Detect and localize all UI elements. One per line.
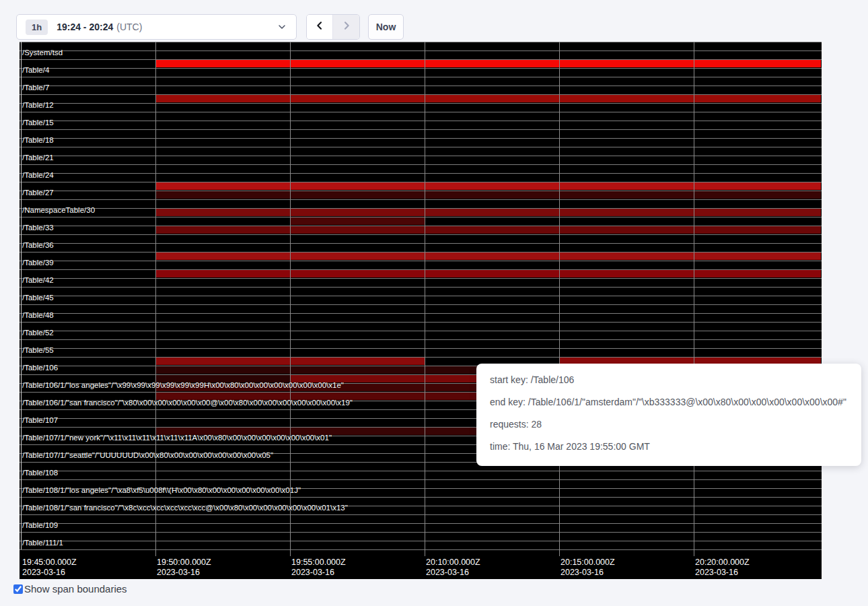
heat-band[interactable] — [155, 270, 290, 277]
span-label: /Table/42 — [22, 276, 54, 285]
now-button[interactable]: Now — [368, 14, 404, 40]
heat-band[interactable] — [155, 182, 290, 190]
heat-band[interactable] — [290, 209, 425, 216]
span-row — [20, 164, 822, 173]
key-visualizer-heatmap[interactable]: /System/tsd/Table/4/Table/7/Table/12/Tab… — [20, 42, 822, 579]
heat-band[interactable] — [694, 270, 821, 277]
heat-band[interactable] — [694, 60, 821, 67]
span-row — [20, 243, 822, 252]
heat-band[interactable] — [155, 358, 290, 365]
span-row — [20, 112, 822, 121]
heat-band[interactable] — [290, 270, 425, 277]
time-window-text: 19:24 - 20:24 — [57, 22, 113, 32]
tooltip-requests: requests: 28 — [490, 417, 848, 432]
next-interval-button[interactable] — [333, 15, 359, 39]
heat-band[interactable] — [155, 95, 290, 102]
span-row — [20, 77, 822, 86]
show-span-boundaries-label: Show span boundaries — [24, 583, 127, 595]
heat-band[interactable] — [155, 60, 290, 67]
span-label: /Table/45 — [22, 294, 54, 302]
span-row — [20, 296, 822, 304]
span-label: /Table/106/1/"san francisco"/"\x80\x00\x… — [22, 399, 353, 407]
previous-interval-button[interactable] — [307, 15, 333, 39]
chevron-right-icon — [341, 20, 352, 34]
heat-band[interactable] — [155, 252, 290, 260]
heat-band[interactable] — [290, 366, 425, 374]
span-row — [20, 234, 822, 243]
heat-band[interactable] — [694, 95, 821, 102]
heat-band[interactable] — [425, 252, 559, 260]
span-row — [20, 261, 822, 269]
heat-band[interactable] — [290, 358, 425, 365]
span-row — [20, 50, 822, 59]
time-gridline — [694, 42, 694, 556]
heat-band[interactable] — [425, 209, 559, 216]
x-axis-date: 2023-03-16 — [695, 568, 750, 578]
heat-band[interactable] — [694, 209, 821, 216]
span-label: /Table/24 — [22, 171, 54, 180]
heat-band[interactable] — [155, 209, 290, 216]
span-label: /Table/39 — [22, 259, 54, 267]
chevron-down-icon — [277, 22, 287, 32]
span-row — [20, 514, 822, 523]
heat-band[interactable] — [155, 366, 290, 374]
heat-band[interactable] — [559, 209, 694, 216]
span-row — [20, 121, 822, 129]
heat-band[interactable] — [155, 226, 290, 234]
span-label: /Table/33 — [22, 224, 54, 232]
span-label: /Table/27 — [22, 189, 54, 197]
heat-band[interactable] — [694, 226, 821, 234]
span-label: /Table/107/1/"seattle"/"UUUUUUD\x00\x80\… — [22, 451, 273, 460]
heat-band[interactable] — [425, 270, 559, 277]
span-row — [20, 138, 822, 147]
x-axis-time: 19:50:00.000Z — [157, 558, 211, 568]
span-row — [20, 278, 822, 287]
span-row — [20, 541, 822, 549]
heat-band[interactable] — [290, 60, 425, 67]
heat-band[interactable] — [559, 252, 694, 260]
hover-tooltip: start key: /Table/106 end key: /Table/10… — [476, 364, 861, 466]
span-label: /Table/36 — [22, 241, 54, 250]
heat-band[interactable] — [425, 95, 559, 102]
heat-band[interactable] — [290, 191, 425, 199]
heat-band[interactable] — [425, 226, 559, 234]
time-nav-group — [306, 14, 360, 40]
heat-band[interactable] — [425, 191, 559, 199]
heat-band[interactable] — [559, 191, 694, 199]
x-axis-date: 2023-03-16 — [22, 568, 77, 578]
x-axis-date: 2023-03-16 — [560, 568, 615, 578]
span-label: /Table/48 — [22, 311, 54, 320]
span-boundary-line — [20, 549, 822, 550]
heat-band[interactable] — [559, 270, 694, 277]
x-axis-label: 19:55:00.000Z2023-03-16 — [291, 558, 346, 578]
heat-band[interactable] — [155, 191, 290, 199]
span-row — [20, 156, 822, 164]
heat-band[interactable] — [290, 252, 425, 260]
heat-band[interactable] — [290, 226, 425, 234]
span-row — [20, 348, 822, 357]
span-label: /Table/108/1/"los angeles"/"\xa8\xf5\u00… — [22, 486, 301, 495]
span-label: /Table/108 — [22, 469, 58, 477]
x-axis-date: 2023-03-16 — [291, 568, 346, 578]
heat-band[interactable] — [559, 95, 694, 102]
span-label: /Table/108/1/"san francisco"/"\x8c\xcc\x… — [22, 504, 348, 512]
heat-band[interactable] — [694, 252, 821, 260]
time-range-select[interactable]: 1h 19:24 - 20:24 (UTC) — [16, 14, 297, 40]
heat-band[interactable] — [290, 95, 425, 102]
heat-band[interactable] — [425, 182, 559, 190]
heat-band[interactable] — [559, 226, 694, 234]
heat-band[interactable] — [425, 60, 559, 67]
heat-band[interactable] — [559, 60, 694, 67]
heat-band[interactable] — [559, 182, 694, 190]
span-row — [20, 532, 822, 541]
x-axis-date: 2023-03-16 — [426, 568, 480, 578]
span-label: /Table/106/1/"los angeles"/"\x99\x99\x99… — [22, 381, 344, 390]
tooltip-time: time: Thu, 16 Mar 2023 19:55:00 GMT — [490, 440, 848, 454]
heat-band[interactable] — [290, 217, 425, 225]
heat-band[interactable] — [694, 191, 821, 199]
span-label: /Table/107 — [22, 416, 58, 425]
heat-band[interactable] — [290, 182, 425, 190]
show-span-boundaries-checkbox[interactable] — [13, 584, 23, 594]
span-row — [20, 339, 822, 348]
heat-band[interactable] — [694, 182, 821, 190]
